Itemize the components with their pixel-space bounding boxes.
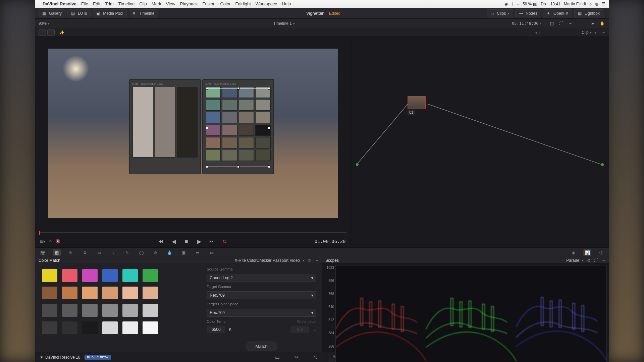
menu-color[interactable]: Color — [220, 1, 230, 6]
more-icon[interactable]: ⋯ — [567, 20, 574, 27]
viewer-scrubber[interactable] — [35, 230, 351, 235]
openfx-button[interactable]: ✦OpenFX — [543, 9, 572, 17]
mediapool-button[interactable]: ▣Media Pool — [93, 9, 127, 17]
keyframes-icon[interactable]: ◈ — [569, 249, 577, 256]
edit-page-icon[interactable]: ⚟ — [314, 354, 318, 360]
motion-effects-icon[interactable]: ▭ — [95, 249, 103, 256]
bluetooth-icon[interactable]: ᛒ — [511, 2, 514, 6]
target-cs-select[interactable]: Rec.709▾ — [207, 309, 316, 317]
timeline-button[interactable]: ≡Timeline — [129, 9, 158, 17]
curves-icon[interactable]: ∿ — [109, 249, 117, 256]
scopes-mode-dropdown[interactable]: Parade — [566, 258, 584, 263]
playhead[interactable] — [39, 231, 40, 235]
siri-icon[interactable]: ◍ — [595, 2, 598, 6]
mute-icon[interactable]: 🔇 — [55, 239, 60, 244]
nodes-button[interactable]: ⊶Nodes — [515, 9, 541, 17]
qualifier-icon[interactable]: ✎ — [123, 249, 131, 256]
menu-playback[interactable]: Playback — [180, 1, 198, 6]
menu-workspace[interactable]: Workspace — [256, 1, 277, 6]
highlight-icon[interactable]: ⛶ — [558, 20, 565, 27]
node-graph-input[interactable] — [356, 163, 359, 166]
clips-button[interactable]: ▭Clips▾ — [487, 9, 514, 17]
menu-edit[interactable]: Edit — [93, 1, 100, 6]
bypass-icon[interactable]: ◇ — [49, 239, 52, 244]
chart-preset-dropdown[interactable]: X-Rite ColorChecker Passport Video — [234, 258, 304, 263]
color-match-icon[interactable]: ▦ — [53, 249, 61, 256]
hand-icon[interactable]: ✋ — [599, 20, 605, 27]
go-last-button[interactable]: ⏭ — [208, 237, 216, 245]
blur-icon[interactable]: 💧 — [165, 249, 173, 256]
screen-record-icon[interactable]: ◉ — [504, 2, 508, 6]
reference-swatch — [102, 304, 118, 317]
info-icon[interactable]: ⓘ — [597, 249, 605, 256]
menu-timeline[interactable]: Timeline — [118, 1, 135, 6]
overlay-handle-bm[interactable] — [237, 166, 239, 168]
overlay-handle-bl[interactable] — [206, 166, 208, 168]
menu-fusion[interactable]: Fusion — [202, 1, 215, 6]
menu-view[interactable]: View — [166, 1, 175, 6]
rgb-mixer-icon[interactable]: ⚙ — [81, 249, 89, 256]
menu-clip[interactable]: Clip — [139, 1, 147, 6]
app-name[interactable]: DaVinci Resolve — [43, 1, 76, 6]
palette-strip: 📷 ▦ ⊕ ⚙ ▭ ∿ ✎ ◯ ⊚ 💧 ▣ ⬌ ▭ ◈ 📊 ⓘ — [35, 247, 609, 258]
menu-help[interactable]: Help — [282, 1, 291, 6]
pointer-icon[interactable]: ➤ — [589, 20, 596, 27]
color-temp-input[interactable]: 6500 — [207, 326, 225, 333]
target-gamma-select[interactable]: Rec.709▾ — [207, 291, 316, 299]
record-timecode[interactable]: 01:00:06:20 — [315, 239, 346, 244]
sizing-icon[interactable]: ⬌ — [194, 249, 202, 256]
scopes-more-icon[interactable]: ⋯ — [601, 258, 605, 263]
luts-button[interactable]: ▤LUTs — [67, 9, 91, 17]
play-button[interactable]: ▶ — [195, 237, 203, 245]
reset-icon[interactable]: ↺ — [308, 258, 311, 263]
node-graph-output[interactable] — [601, 163, 604, 166]
scopes-icon[interactable]: 📊 — [583, 249, 591, 256]
panel-more-icon[interactable]: ⋯ — [314, 258, 318, 263]
view-mode-single[interactable] — [39, 29, 46, 36]
lightbox-button[interactable]: ▦Lightbox — [574, 9, 603, 17]
timeline-name[interactable]: Timeline 1 — [56, 21, 512, 26]
view-mode-dual[interactable] — [47, 29, 55, 36]
color-wheels-icon[interactable]: ⊕ — [67, 249, 75, 256]
menubar-user[interactable]: Martin Flindt — [564, 2, 586, 6]
slider-dot[interactable]: ●○ — [535, 30, 540, 35]
camera-raw-icon[interactable]: 📷 — [39, 249, 47, 256]
white-level-input[interactable]: 0.9 — [290, 326, 309, 333]
clip-mode[interactable]: Clip — [582, 30, 592, 35]
notification-center-icon[interactable]: ☰ — [602, 2, 605, 6]
spotlight-icon[interactable]: ⌕ — [589, 2, 592, 6]
menu-file[interactable]: File — [81, 1, 88, 6]
match-button[interactable]: Match — [246, 342, 277, 351]
gallery-button[interactable]: ▦Gallery — [39, 9, 65, 17]
key-icon[interactable]: ▣ — [179, 249, 187, 256]
menu-mark[interactable]: Mark — [152, 1, 161, 6]
menu-fairlight[interactable]: Fairlight — [235, 1, 251, 6]
source-timecode[interactable]: 05:11:48:00 — [512, 21, 542, 26]
media-page-icon[interactable]: ▭ — [275, 354, 280, 360]
go-first-button[interactable]: ⏮ — [157, 237, 165, 245]
color-viewer[interactable]: x•rite colorchecker VIDEO x•rite colorch… — [35, 37, 351, 230]
white-level-checkbox[interactable]: ☐ — [313, 327, 316, 332]
unmix-icon[interactable]: ▦▾ — [40, 239, 46, 244]
image-wipe-icon[interactable]: ◫ — [548, 20, 555, 27]
kelvin-unit: K — [229, 327, 231, 332]
stereo-icon[interactable]: ▭ — [208, 249, 216, 256]
menu-trim[interactable]: Trim — [105, 1, 114, 6]
scopes-settings-icon[interactable]: ⚙ — [587, 258, 591, 263]
cut-page-icon[interactable]: ✂ — [294, 354, 299, 360]
node-graph[interactable]: 01 — [351, 37, 609, 247]
loop-button[interactable]: ↻ — [221, 237, 229, 245]
node-01[interactable] — [408, 96, 426, 109]
prev-frame-button[interactable]: ◀ — [170, 237, 178, 245]
source-gamma-select[interactable]: Canon Log 2▾ — [207, 274, 316, 282]
window-icon[interactable]: ◯ — [137, 249, 145, 256]
overlay-handle-br[interactable] — [268, 166, 270, 168]
target-gamma-label: Target Gamma — [207, 285, 316, 289]
auto-color-icon[interactable]: ✨ — [59, 30, 64, 35]
stop-button[interactable]: ■ — [182, 237, 191, 245]
node-more-icon[interactable]: ⋯ — [601, 30, 605, 35]
scopes-expand-icon[interactable]: ⛶ — [594, 258, 598, 263]
wifi-icon[interactable]: ⏚ — [517, 2, 519, 6]
tracker-icon[interactable]: ⊚ — [151, 249, 159, 256]
viewer-zoom[interactable]: 93% — [39, 21, 50, 26]
